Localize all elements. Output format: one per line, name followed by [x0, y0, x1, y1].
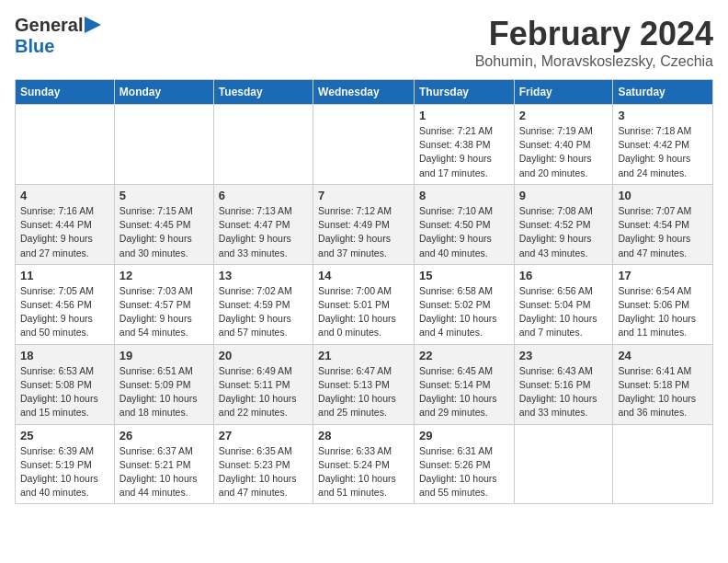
calendar-week-row: 25Sunrise: 6:39 AM Sunset: 5:19 PM Dayli… [16, 424, 713, 504]
table-row: 28Sunrise: 6:33 AM Sunset: 5:24 PM Dayli… [313, 424, 415, 504]
logo-arrow-icon [85, 17, 101, 33]
day-number: 16 [519, 269, 609, 282]
logo-blue-text: Blue [15, 36, 54, 56]
table-row: 7Sunrise: 7:12 AM Sunset: 4:49 PM Daylig… [313, 184, 415, 264]
table-row: 22Sunrise: 6:45 AM Sunset: 5:14 PM Dayli… [414, 344, 514, 424]
day-number: 15 [419, 269, 509, 282]
table-row: 16Sunrise: 6:56 AM Sunset: 5:04 PM Dayli… [514, 264, 613, 344]
day-info: Sunrise: 6:49 AM Sunset: 5:11 PM Dayligh… [219, 364, 308, 420]
table-row [114, 105, 213, 185]
day-number: 14 [318, 269, 409, 282]
table-row [16, 105, 115, 185]
day-info: Sunrise: 6:41 AM Sunset: 5:18 PM Dayligh… [618, 364, 708, 420]
day-info: Sunrise: 7:05 AM Sunset: 4:56 PM Dayligh… [20, 284, 109, 340]
calendar-week-row: 1Sunrise: 7:21 AM Sunset: 4:38 PM Daylig… [16, 105, 713, 185]
day-number: 8 [419, 189, 509, 202]
day-info: Sunrise: 7:19 AM Sunset: 4:40 PM Dayligh… [519, 124, 609, 180]
col-monday: Monday [114, 80, 213, 105]
calendar-week-row: 4Sunrise: 7:16 AM Sunset: 4:44 PM Daylig… [16, 184, 713, 264]
day-number: 1 [419, 109, 509, 122]
day-info: Sunrise: 6:58 AM Sunset: 5:02 PM Dayligh… [419, 284, 509, 340]
table-row: 4Sunrise: 7:16 AM Sunset: 4:44 PM Daylig… [16, 184, 115, 264]
day-number: 7 [318, 189, 409, 202]
table-row: 29Sunrise: 6:31 AM Sunset: 5:26 PM Dayli… [414, 424, 514, 504]
table-row: 10Sunrise: 7:07 AM Sunset: 4:54 PM Dayli… [613, 184, 713, 264]
svg-marker-0 [85, 17, 101, 33]
day-number: 26 [119, 429, 209, 442]
table-row: 21Sunrise: 6:47 AM Sunset: 5:13 PM Dayli… [313, 344, 415, 424]
day-number: 20 [219, 349, 308, 362]
day-info: Sunrise: 7:08 AM Sunset: 4:52 PM Dayligh… [519, 204, 609, 260]
table-row: 18Sunrise: 6:53 AM Sunset: 5:08 PM Dayli… [16, 344, 115, 424]
day-info: Sunrise: 7:16 AM Sunset: 4:44 PM Dayligh… [20, 204, 109, 260]
day-info: Sunrise: 6:54 AM Sunset: 5:06 PM Dayligh… [618, 284, 708, 340]
day-number: 12 [119, 269, 209, 282]
table-row: 27Sunrise: 6:35 AM Sunset: 5:23 PM Dayli… [213, 424, 313, 504]
calendar-week-row: 11Sunrise: 7:05 AM Sunset: 4:56 PM Dayli… [16, 264, 713, 344]
day-number: 2 [519, 109, 609, 122]
table-row: 9Sunrise: 7:08 AM Sunset: 4:52 PM Daylig… [514, 184, 613, 264]
day-number: 24 [618, 349, 708, 362]
calendar-header-row: Sunday Monday Tuesday Wednesday Thursday… [16, 80, 713, 105]
day-number: 17 [618, 269, 708, 282]
col-friday: Friday [514, 80, 613, 105]
table-row: 13Sunrise: 7:02 AM Sunset: 4:59 PM Dayli… [213, 264, 313, 344]
table-row [313, 105, 415, 185]
day-number: 18 [20, 349, 109, 362]
day-info: Sunrise: 7:21 AM Sunset: 4:38 PM Dayligh… [419, 124, 509, 180]
table-row: 5Sunrise: 7:15 AM Sunset: 4:45 PM Daylig… [114, 184, 213, 264]
logo-general-text: General [15, 15, 83, 36]
day-number: 21 [318, 349, 409, 362]
col-thursday: Thursday [414, 80, 514, 105]
day-info: Sunrise: 6:37 AM Sunset: 5:21 PM Dayligh… [119, 444, 209, 500]
table-row: 23Sunrise: 6:43 AM Sunset: 5:16 PM Dayli… [514, 344, 613, 424]
page-header: General Blue February 2024 Bohumin, Mora… [15, 15, 713, 70]
day-info: Sunrise: 6:33 AM Sunset: 5:24 PM Dayligh… [318, 444, 409, 500]
table-row: 17Sunrise: 6:54 AM Sunset: 5:06 PM Dayli… [613, 264, 713, 344]
table-row: 19Sunrise: 6:51 AM Sunset: 5:09 PM Dayli… [114, 344, 213, 424]
table-row: 15Sunrise: 6:58 AM Sunset: 5:02 PM Dayli… [414, 264, 514, 344]
day-info: Sunrise: 7:13 AM Sunset: 4:47 PM Dayligh… [219, 204, 308, 260]
calendar-subtitle: Bohumin, Moravskoslezsky, Czechia [475, 53, 713, 70]
table-row: 1Sunrise: 7:21 AM Sunset: 4:38 PM Daylig… [414, 105, 514, 185]
day-info: Sunrise: 7:15 AM Sunset: 4:45 PM Dayligh… [119, 204, 209, 260]
day-number: 6 [219, 189, 308, 202]
day-number: 4 [20, 189, 109, 202]
day-number: 10 [618, 189, 708, 202]
table-row: 24Sunrise: 6:41 AM Sunset: 5:18 PM Dayli… [613, 344, 713, 424]
table-row: 3Sunrise: 7:18 AM Sunset: 4:42 PM Daylig… [613, 105, 713, 185]
table-row: 25Sunrise: 6:39 AM Sunset: 5:19 PM Dayli… [16, 424, 115, 504]
table-row: 11Sunrise: 7:05 AM Sunset: 4:56 PM Dayli… [16, 264, 115, 344]
table-row: 8Sunrise: 7:10 AM Sunset: 4:50 PM Daylig… [414, 184, 514, 264]
col-tuesday: Tuesday [213, 80, 313, 105]
day-number: 27 [219, 429, 308, 442]
day-info: Sunrise: 6:43 AM Sunset: 5:16 PM Dayligh… [519, 364, 609, 420]
day-number: 13 [219, 269, 308, 282]
day-info: Sunrise: 7:07 AM Sunset: 4:54 PM Dayligh… [618, 204, 708, 260]
day-info: Sunrise: 7:00 AM Sunset: 5:01 PM Dayligh… [318, 284, 409, 340]
table-row [613, 424, 713, 504]
logo: General Blue [15, 15, 101, 57]
col-sunday: Sunday [16, 80, 115, 105]
day-info: Sunrise: 6:53 AM Sunset: 5:08 PM Dayligh… [20, 364, 109, 420]
calendar-title: February 2024 [475, 15, 713, 53]
col-wednesday: Wednesday [313, 80, 415, 105]
day-info: Sunrise: 6:51 AM Sunset: 5:09 PM Dayligh… [119, 364, 209, 420]
col-saturday: Saturday [613, 80, 713, 105]
day-info: Sunrise: 7:10 AM Sunset: 4:50 PM Dayligh… [419, 204, 509, 260]
day-info: Sunrise: 6:47 AM Sunset: 5:13 PM Dayligh… [318, 364, 409, 420]
day-info: Sunrise: 7:12 AM Sunset: 4:49 PM Dayligh… [318, 204, 409, 260]
calendar-week-row: 18Sunrise: 6:53 AM Sunset: 5:08 PM Dayli… [16, 344, 713, 424]
day-info: Sunrise: 6:39 AM Sunset: 5:19 PM Dayligh… [20, 444, 109, 500]
day-number: 5 [119, 189, 209, 202]
day-info: Sunrise: 6:31 AM Sunset: 5:26 PM Dayligh… [419, 444, 509, 500]
table-row: 6Sunrise: 7:13 AM Sunset: 4:47 PM Daylig… [213, 184, 313, 264]
day-info: Sunrise: 6:45 AM Sunset: 5:14 PM Dayligh… [419, 364, 509, 420]
day-number: 29 [419, 429, 509, 442]
day-info: Sunrise: 6:35 AM Sunset: 5:23 PM Dayligh… [219, 444, 308, 500]
day-info: Sunrise: 7:03 AM Sunset: 4:57 PM Dayligh… [119, 284, 209, 340]
table-row: 14Sunrise: 7:00 AM Sunset: 5:01 PM Dayli… [313, 264, 415, 344]
day-info: Sunrise: 6:56 AM Sunset: 5:04 PM Dayligh… [519, 284, 609, 340]
table-row: 26Sunrise: 6:37 AM Sunset: 5:21 PM Dayli… [114, 424, 213, 504]
table-row: 12Sunrise: 7:03 AM Sunset: 4:57 PM Dayli… [114, 264, 213, 344]
